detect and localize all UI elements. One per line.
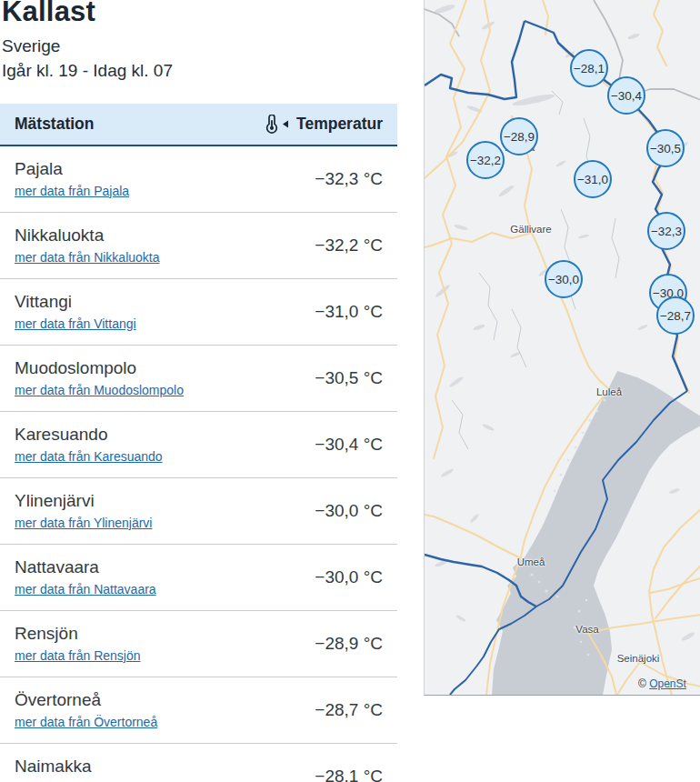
table-row: Ylinenjärvi mer data från Ylinenjärvi −3… bbox=[0, 478, 397, 545]
map-attribution: © OpenSt bbox=[638, 677, 686, 690]
table-row: Karesuando mer data från Karesuando −30,… bbox=[0, 412, 397, 478]
map-temperature-marker[interactable]: −32,2 bbox=[466, 141, 505, 179]
station-name: Nikkaluokta bbox=[15, 226, 160, 246]
map-city-label: Umeå bbox=[517, 556, 545, 567]
coldest-stations-panel: Kallast Sverige Igår kl. 19 - Idag kl. 0… bbox=[0, 0, 397, 782]
sort-arrow-icon bbox=[283, 120, 288, 128]
station-name: Naimakka bbox=[15, 757, 150, 777]
map-city-label: Vasa bbox=[575, 624, 598, 635]
table-row: Naimakka mer data från Naimakka −28,1 °C bbox=[0, 744, 397, 782]
station-temperature: −32,3 °C bbox=[315, 169, 383, 189]
page-subtitle: Sverige bbox=[2, 35, 397, 57]
station-name: Muodoslompolo bbox=[15, 359, 184, 378]
table-row: Övertorneå mer data från Övertorneå −28,… bbox=[0, 677, 397, 744]
column-header-station: Mätstation bbox=[15, 115, 95, 134]
station-temperature: −30,4 °C bbox=[315, 435, 383, 455]
table-row: Pajala mer data från Pajala −32,3 °C bbox=[0, 146, 397, 213]
station-more-data-link[interactable]: mer data från Karesuando bbox=[15, 450, 163, 464]
table-header: Mätstation Temperatur bbox=[0, 104, 397, 146]
station-more-data-link[interactable]: mer data från Nattavaara bbox=[15, 583, 156, 597]
openstreetmap-link[interactable]: OpenSt bbox=[649, 677, 686, 690]
station-name: Ylinenjärvi bbox=[15, 492, 152, 511]
station-temperature: −30,5 °C bbox=[315, 368, 383, 388]
station-more-data-link[interactable]: mer data från Rensjön bbox=[15, 649, 141, 663]
map-temperature-marker[interactable]: −30,4 bbox=[607, 76, 645, 115]
station-name: Pajala bbox=[15, 160, 129, 179]
map-temperature-marker[interactable]: −30,5 bbox=[646, 129, 685, 167]
map-temperature-marker[interactable]: −28,9 bbox=[500, 117, 538, 155]
map-background bbox=[425, 0, 700, 695]
station-more-data-link[interactable]: mer data från Övertorneå bbox=[15, 716, 157, 729]
station-name: Rensjön bbox=[15, 625, 141, 644]
observation-period: Igår kl. 19 - Idag kl. 07 bbox=[2, 60, 397, 82]
station-more-data-link[interactable]: mer data från Pajala bbox=[15, 185, 129, 198]
station-more-data-link[interactable]: mer data från Muodoslompolo bbox=[15, 384, 184, 397]
table-row: Muodoslompolo mer data från Muodoslompol… bbox=[0, 346, 397, 412]
map-city-label: Gällivare bbox=[510, 224, 551, 235]
station-name: Övertorneå bbox=[15, 691, 157, 710]
station-temperature: −28,7 °C bbox=[315, 700, 383, 720]
station-temperature: −30,0 °C bbox=[315, 501, 383, 521]
stations-table: Pajala mer data från Pajala −32,3 °C Nik… bbox=[0, 146, 397, 782]
table-row: Nattavaara mer data från Nattavaara −30,… bbox=[0, 545, 397, 611]
station-temperature: −28,1 °C bbox=[315, 767, 383, 782]
table-row: Rensjön mer data från Rensjön −28,9 °C bbox=[0, 611, 397, 677]
map[interactable]: Kiruna Gällivare Luleå Umeå Vasa Seinäjo… bbox=[424, 0, 700, 696]
map-city-label: Luleå bbox=[596, 386, 622, 397]
page-title: Kallast bbox=[2, 0, 397, 27]
table-row: Vittangi mer data från Vittangi −31,0 °C bbox=[0, 279, 397, 346]
map-city-label: Seinäjoki bbox=[617, 653, 660, 664]
map-temperature-marker[interactable]: −28,1 bbox=[570, 49, 608, 87]
map-temperature-marker[interactable]: −32,3 bbox=[647, 212, 685, 250]
station-temperature: −31,0 °C bbox=[315, 302, 383, 322]
station-name: Vittangi bbox=[15, 293, 136, 312]
table-row: Nikkaluokta mer data från Nikkaluokta −3… bbox=[0, 213, 397, 279]
thermometer-icon bbox=[265, 115, 279, 134]
map-temperature-marker[interactable]: −31,0 bbox=[574, 160, 612, 198]
station-name: Karesuando bbox=[15, 426, 163, 445]
station-temperature: −28,9 °C bbox=[315, 634, 383, 654]
copyright-symbol: © bbox=[638, 677, 646, 690]
station-more-data-link[interactable]: mer data från Vittangi bbox=[15, 317, 136, 331]
station-name: Nattavaara bbox=[15, 558, 156, 577]
map-temperature-marker[interactable]: −28,7 bbox=[656, 296, 695, 335]
station-temperature: −32,2 °C bbox=[315, 236, 383, 256]
station-more-data-link[interactable]: mer data från Nikkaluokta bbox=[15, 251, 160, 265]
map-temperature-marker[interactable]: −30,0 bbox=[545, 260, 583, 298]
station-temperature: −30,0 °C bbox=[315, 567, 383, 587]
station-more-data-link[interactable]: mer data från Ylinenjärvi bbox=[15, 516, 152, 530]
column-header-temperature[interactable]: Temperatur bbox=[265, 115, 383, 134]
